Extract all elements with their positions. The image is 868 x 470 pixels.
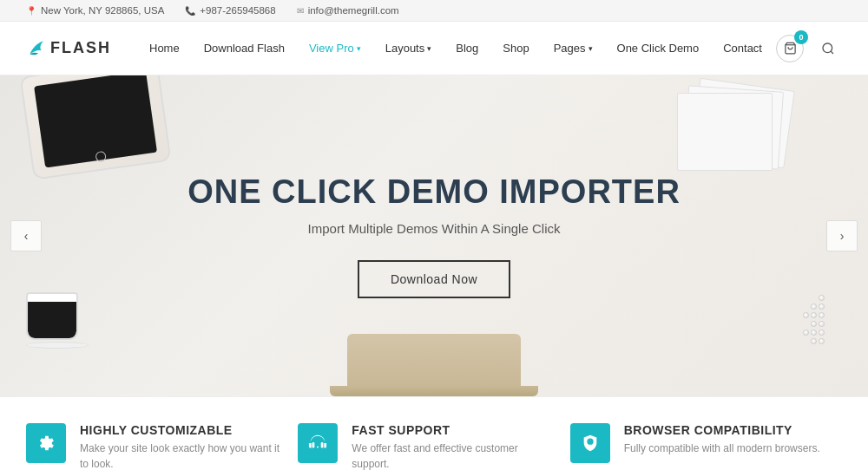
download-now-button[interactable]: Download Now	[358, 260, 510, 298]
svg-point-1	[823, 43, 832, 53]
feature-compatibility-text: BROWSER COMPATIBILITY Fully compatible w…	[624, 423, 820, 456]
hero-blueprints-decoration	[677, 84, 816, 197]
gear-icon	[36, 434, 56, 453]
nav-contact[interactable]: Contact	[711, 22, 774, 75]
search-button[interactable]	[814, 35, 842, 62]
laptop-body	[347, 334, 521, 386]
pearl	[819, 295, 825, 301]
nav-download-flash[interactable]: Download Flash	[192, 22, 297, 75]
feature-customizable-title: HIGHLY CUSTOMIZABLE	[80, 423, 280, 437]
blueprint-page	[677, 93, 773, 171]
shield-icon	[581, 434, 600, 453]
location-icon: 📍	[26, 6, 36, 16]
slider-next-button[interactable]: ›	[826, 220, 858, 251]
feature-support-title: FAST SUPPORT	[352, 423, 552, 437]
pearl	[819, 330, 825, 336]
chevron-down-icon: ▾	[589, 44, 593, 53]
feature-support: FAST SUPPORT We offer fast and effective…	[298, 423, 569, 470]
feature-customizable: HIGHLY CUSTOMIZABLE Make your site look …	[26, 423, 298, 470]
feature-customizable-text: HIGHLY CUSTOMIZABLE Make your site look …	[80, 423, 280, 470]
nav-shop[interactable]: Shop	[490, 22, 541, 75]
pearl	[819, 321, 825, 327]
hero-subtitle: Import Multiple Demos Within A Single Cl…	[187, 221, 681, 236]
cart-icon	[784, 42, 797, 55]
svg-rect-3	[312, 442, 315, 447]
logo-bird-icon	[26, 39, 45, 58]
nav-home[interactable]: Home	[137, 22, 192, 75]
coffee-saucer	[26, 342, 89, 349]
nav-blog[interactable]: Blog	[444, 22, 490, 75]
feature-support-desc: We offer fast and effective customer sup…	[352, 441, 552, 470]
nav-view-pro[interactable]: View Pro ▾	[297, 22, 373, 75]
hero-laptop-decoration	[330, 334, 538, 396]
cart-button[interactable]: 0	[776, 35, 804, 62]
nav-pages[interactable]: Pages ▾	[542, 22, 605, 75]
pearl	[811, 304, 817, 310]
topbar: 📍 New York, NY 928865, USA 📞 +987-265945…	[0, 0, 868, 22]
pearl	[811, 330, 817, 336]
pearl	[819, 312, 825, 318]
laptop-base	[330, 386, 538, 396]
logo-text: FLASH	[50, 39, 111, 57]
blueprint-stack	[677, 84, 799, 180]
svg-rect-4	[321, 442, 324, 447]
slider-prev-button[interactable]: ‹	[10, 220, 42, 251]
features-section: HIGHLY CUSTOMIZABLE Make your site look …	[0, 396, 868, 470]
hero-content: ONE CLICK DEMO IMPORTER Import Multiple …	[187, 173, 681, 298]
topbar-phone: 📞 +987-265945868	[185, 5, 275, 16]
pearl	[811, 321, 817, 327]
topbar-email: ✉ info@themegrill.com	[297, 5, 399, 16]
logo[interactable]: FLASH	[26, 39, 111, 58]
feature-customizable-icon-box	[26, 423, 66, 463]
pearl	[811, 338, 817, 344]
feature-compatibility-desc: Fully compatible with all modern browser…	[624, 441, 820, 456]
header: FLASH Home Download Flash View Pro ▾ Lay…	[0, 22, 868, 75]
email-icon: ✉	[297, 6, 304, 16]
chevron-down-icon: ▾	[427, 44, 431, 53]
hero-section: ‹ › ONE CLICK DEMO IMPORTER Import Multi…	[0, 75, 868, 396]
hero-title: ONE CLICK DEMO IMPORTER	[187, 173, 681, 211]
tablet-home-button	[95, 151, 107, 163]
pearl	[819, 338, 825, 344]
coffee-cup	[26, 292, 78, 340]
pearl	[819, 304, 825, 310]
topbar-phone-text: +987-265945868	[200, 5, 275, 16]
headset-icon	[308, 434, 327, 453]
chevron-down-icon: ▾	[357, 44, 361, 53]
nav-one-click-demo[interactable]: One Click Demo	[605, 22, 712, 75]
feature-compatibility: BROWSER COMPATIBILITY Fully compatible w…	[570, 423, 842, 470]
feature-customizable-desc: Make your site look exactly how you want…	[80, 441, 280, 470]
pearl	[811, 312, 817, 318]
feature-support-icon-box	[298, 423, 338, 463]
feature-compatibility-title: BROWSER COMPATIBILITY	[624, 423, 820, 437]
main-nav: Home Download Flash View Pro ▾ Layouts ▾…	[137, 22, 776, 75]
search-icon	[821, 42, 835, 55]
topbar-location: 📍 New York, NY 928865, USA	[26, 5, 164, 16]
pearl	[803, 312, 809, 318]
cart-badge: 0	[794, 30, 808, 44]
coffee-handle	[76, 304, 78, 322]
pearl	[803, 330, 809, 336]
phone-icon: 📞	[185, 6, 195, 16]
hero-pearls-decoration	[803, 295, 825, 344]
pearl-chain	[803, 295, 825, 344]
topbar-email-text: info@themegrill.com	[308, 5, 399, 16]
topbar-location-text: New York, NY 928865, USA	[41, 5, 164, 16]
header-actions: 0	[776, 35, 842, 62]
nav-layouts[interactable]: Layouts ▾	[373, 22, 444, 75]
coffee-liquid	[28, 302, 76, 338]
feature-support-text: FAST SUPPORT We offer fast and effective…	[352, 423, 552, 470]
svg-line-2	[831, 51, 833, 54]
feature-compatibility-icon-box	[570, 423, 610, 463]
hero-coffee-decoration	[26, 292, 95, 362]
